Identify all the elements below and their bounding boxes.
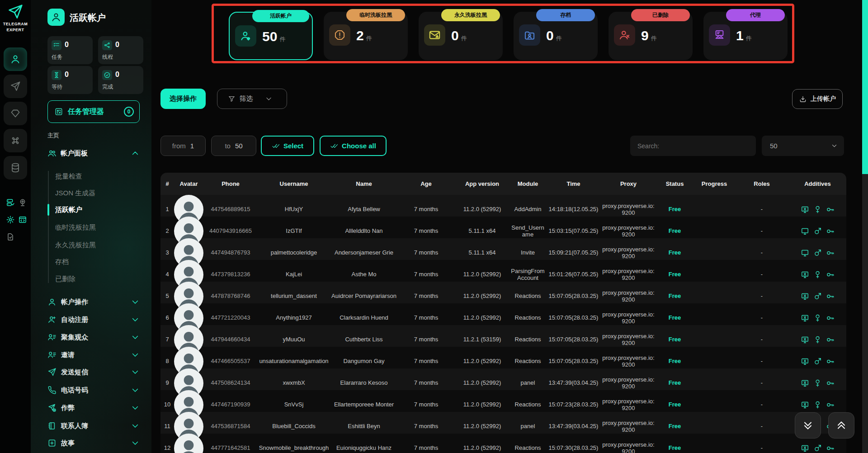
range-to-input[interactable]: to 50	[211, 136, 256, 156]
upload-accounts-button[interactable]: 上传帐户	[792, 89, 843, 109]
monitor-x-icon[interactable]	[801, 357, 809, 366]
table-row[interactable]: 6447721220043Anything1927Clarksardin Hue…	[160, 303, 846, 325]
table-row[interactable]: 9447508624134xwxmbXElararraro Kesoso7 mo…	[160, 368, 846, 390]
scroll-to-top-button[interactable]	[828, 412, 854, 439]
female-icon[interactable]	[813, 205, 822, 214]
female-icon[interactable]	[813, 379, 822, 387]
monitor-x-icon[interactable]	[801, 401, 809, 409]
webcam-icon[interactable]	[18, 198, 27, 207]
female-icon[interactable]	[813, 401, 822, 409]
stat-card-value: 0件	[451, 28, 467, 43]
stat-card-2[interactable]: 临时洗板拉黑2件	[324, 12, 408, 60]
key-icon[interactable]	[826, 227, 835, 236]
document-check-icon[interactable]	[6, 232, 15, 241]
monitor-x-icon[interactable]	[801, 205, 809, 214]
male-icon[interactable]	[813, 249, 822, 257]
sidebar-subitem-2[interactable]: JSON 生成器	[55, 188, 95, 198]
sidebar-group-4[interactable]: 邀请	[47, 348, 141, 362]
rail-button-commands[interactable]	[4, 129, 27, 152]
sidebar-subitem-3[interactable]: 活跃帐户	[55, 204, 82, 215]
monitor-x-icon[interactable]	[801, 292, 809, 301]
female-icon[interactable]	[813, 335, 822, 344]
key-icon[interactable]	[826, 314, 835, 322]
key-icon[interactable]	[826, 270, 835, 279]
sidebar-group-7[interactable]: 作弊	[47, 401, 141, 415]
code-window-icon[interactable]	[18, 215, 27, 224]
rail-button-accounts[interactable]	[4, 47, 27, 71]
sidebar-group-5[interactable]: 发送短信	[47, 365, 141, 379]
monitor-x-icon[interactable]	[801, 314, 809, 322]
select-button[interactable]: Select	[261, 136, 314, 156]
sender-icon	[10, 81, 21, 92]
monitor-icon[interactable]	[801, 227, 809, 236]
database-icon	[10, 162, 21, 173]
key-icon[interactable]	[826, 444, 835, 453]
table-row[interactable]: 24407943916665IzGTIfAlllelddlto Nan7 mon…	[160, 217, 846, 238]
sidebar-group-9[interactable]: 故事	[47, 436, 141, 450]
table-row[interactable]: 1447546889615HfUxjYAfyta Bellew7 months1…	[160, 195, 846, 217]
choose-all-button[interactable]: Choose all	[320, 136, 387, 156]
key-icon[interactable]	[826, 379, 835, 387]
stat-card-3[interactable]: 永久洗板拉黑0件	[419, 12, 503, 60]
table-row[interactable]: 11447536871584Bluebill_CoccidsEshittli B…	[160, 412, 846, 434]
page-size-select[interactable]: 50	[762, 136, 844, 156]
filter-dropdown[interactable]: 筛选	[217, 89, 287, 109]
server-check-icon[interactable]	[6, 198, 15, 207]
search-input[interactable]	[630, 136, 756, 156]
rail-button-database[interactable]	[4, 156, 27, 179]
settings-icon[interactable]	[6, 215, 15, 224]
stat-card-5[interactable]: 已删除9件	[609, 12, 693, 60]
swap-icon[interactable]: undefined	[18, 232, 27, 241]
scrollbar-thumb[interactable]	[862, 0, 868, 174]
female-icon[interactable]	[813, 270, 822, 279]
sidebar-group-1[interactable]: 帐户操作	[47, 295, 141, 309]
male-icon[interactable]	[813, 444, 822, 453]
key-icon[interactable]	[826, 292, 835, 301]
stat-card-1[interactable]: 活跃帐户50件	[229, 12, 313, 60]
key-icon[interactable]	[826, 205, 835, 214]
status-free: Free	[656, 293, 694, 300]
table-row[interactable]: 4447379813236KajLeiAsthe Mo7 months11.2.…	[160, 260, 846, 282]
table-row[interactable]: 8447466505537unsaturationamalgamationDan…	[160, 347, 846, 368]
rail-button-premium[interactable]	[4, 102, 27, 125]
female-icon[interactable]	[813, 314, 822, 322]
table-row[interactable]: 10447467190939SnVvSjEllartemporeee Monte…	[160, 390, 846, 412]
rail-button-sender[interactable]	[4, 75, 27, 98]
table-row[interactable]: 7447944660434yMuuOuCuthbertx Liss7 month…	[160, 325, 846, 347]
sidebar-group-6[interactable]: 电话号码	[47, 383, 141, 397]
sidebar-subitem-6[interactable]: 存档	[55, 256, 69, 267]
key-icon[interactable]	[826, 357, 835, 366]
monitor-x-icon[interactable]	[801, 335, 809, 344]
sidebar-subitem-1[interactable]: 批量检查	[55, 171, 82, 182]
book-icon	[47, 421, 57, 430]
table-row[interactable]: 5447878768746tellurium_dassentAuidrcer P…	[160, 282, 846, 303]
range-from-input[interactable]: from 1	[160, 136, 206, 156]
select-action-button[interactable]: 选择操作	[160, 89, 206, 109]
monitor-icon[interactable]	[801, 249, 809, 257]
sidebar-subitem-4[interactable]: 临时洗板拉黑	[55, 222, 96, 233]
scrollbar-track[interactable]	[862, 0, 868, 453]
sidebar-group-8[interactable]: 联系人簿	[47, 419, 141, 433]
male-icon[interactable]	[813, 292, 822, 301]
cell-num: 11	[160, 423, 174, 430]
scroll-to-bottom-button[interactable]	[795, 412, 821, 439]
sidebar-subitem-7[interactable]: 已删除	[55, 274, 75, 284]
table-row[interactable]: 12447771642581Snowmobile_breakthroughEui…	[160, 434, 846, 453]
key-icon[interactable]	[826, 401, 835, 409]
sidebar-group-3[interactable]: 聚集观众	[47, 330, 141, 344]
monitor-x-icon[interactable]	[801, 270, 809, 279]
male-icon[interactable]	[813, 227, 822, 236]
sidebar-item-account-panel[interactable]: 帐户面板	[47, 147, 141, 159]
sidebar-subitem-5[interactable]: 永久洗板拉黑	[55, 240, 96, 250]
key-icon[interactable]	[826, 249, 835, 257]
table-row[interactable]: 3447494876793palmettocoleridgeAndersonja…	[160, 238, 846, 260]
task-manager-button[interactable]: 任务管理器 0	[47, 100, 140, 123]
monitor-x-icon[interactable]	[801, 444, 809, 453]
sidebar-group-2[interactable]: 自动注册	[47, 313, 141, 326]
monitor-x-icon[interactable]	[801, 379, 809, 387]
cell-roles: -	[735, 358, 789, 365]
key-icon[interactable]	[826, 335, 835, 344]
male-icon[interactable]	[813, 357, 822, 366]
stat-card-4[interactable]: 存档0件	[514, 12, 598, 60]
stat-card-6[interactable]: 代理1件	[703, 12, 788, 60]
